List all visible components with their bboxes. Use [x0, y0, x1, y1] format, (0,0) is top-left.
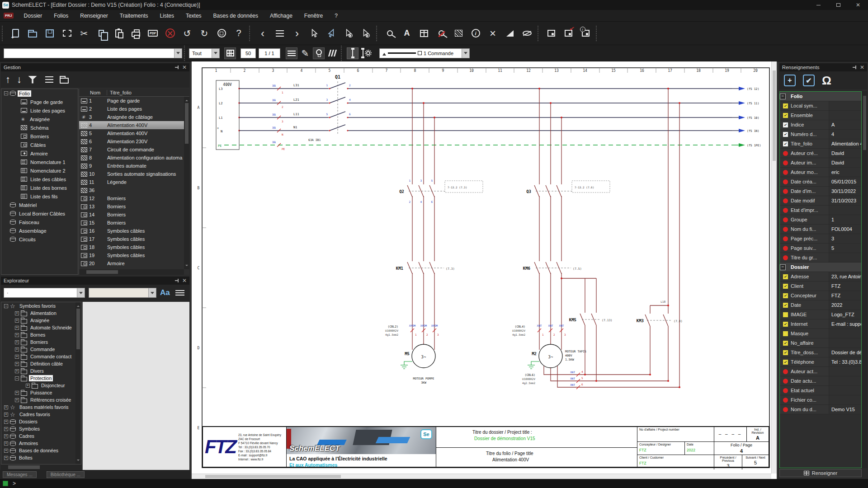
property-value[interactable]: 5 [829, 244, 861, 253]
expand-box[interactable] [15, 319, 19, 323]
folio-table-hscrollbar[interactable] [79, 269, 184, 275]
omega-symbol-button[interactable]: Ω [822, 74, 831, 88]
property-row[interactable]: Date modif 31/10/2023 [780, 196, 861, 206]
combo-arrow-icon[interactable] [174, 49, 182, 58]
expand-box[interactable] [15, 355, 19, 359]
tree-item[interactable]: Local Bornier Câbles [1, 209, 78, 218]
folio-row[interactable]: 14 Borniers [79, 211, 184, 219]
branch-q2-km1-m5[interactable]: Q2 1 3 5 2 4 6 7-13.2 (7.3) KM1 (7.3) XP… [385, 88, 483, 350]
tree-item[interactable]: Bornes [1, 331, 75, 338]
contactor-km3[interactable]: KM3 (7.8) L18 [637, 88, 683, 388]
menu-item[interactable]: Listes [154, 11, 180, 21]
property-row[interactable]: Fichier co... [780, 395, 861, 405]
property-row[interactable]: Etat actuel [780, 386, 861, 395]
tree-item[interactable]: Assemblage [1, 226, 78, 235]
select-button[interactable] [58, 24, 75, 43]
property-value[interactable] [829, 329, 861, 338]
property-value[interactable]: Tel : 33.(0)3.83.3... [829, 357, 861, 366]
export-pdf-button[interactable]: PDF [144, 24, 161, 43]
menu-item[interactable]: Traitements [114, 11, 154, 21]
tree-item[interactable]: Symboles favoris [1, 302, 75, 310]
property-value[interactable]: A [829, 120, 861, 129]
toolbar-grip[interactable] [341, 46, 343, 61]
folio-row[interactable]: 7 Circuit de commande [79, 145, 184, 154]
list-view-icon[interactable] [45, 79, 53, 80]
motor-m2[interactable]: 3~ M2 MOTEUR TAPIS 400V 1.5KW [528, 344, 586, 369]
hide-button[interactable] [519, 24, 536, 43]
canvas-hscrollbar[interactable] [192, 474, 771, 479]
tree-item[interactable]: Cadres [1, 432, 75, 440]
property-row[interactable]: Date 2022 [780, 300, 861, 310]
copy-button[interactable] [93, 24, 110, 43]
expand-box[interactable] [4, 434, 8, 438]
zoom-out-pointer-button[interactable] [357, 24, 374, 43]
property-value[interactable]: Alimentation 400V [829, 139, 861, 148]
property-row[interactable]: Nom du fi... FOL0004 [780, 225, 861, 234]
tree-item[interactable]: Automate Schneide [1, 324, 75, 331]
breaker-q1[interactable]: Q1 12 34 56 63A IB1 [308, 75, 351, 142]
combo-arrow-icon[interactable] [77, 288, 85, 297]
move-down-button[interactable]: ↓ [17, 74, 22, 85]
status-green-icon[interactable] [3, 481, 8, 486]
line-weight-button[interactable] [286, 47, 297, 59]
tree-item[interactable]: Borniers [1, 338, 75, 346]
renseigner-button[interactable]: Renseigner [779, 469, 862, 477]
draw-button[interactable]: ✎ [299, 47, 311, 59]
window-view-button[interactable] [542, 24, 560, 43]
expand-box[interactable] [15, 326, 19, 330]
property-row[interactable]: Page préc... 3 [780, 234, 861, 244]
property-row[interactable]: Etat d'impr... [780, 206, 861, 215]
folio-row[interactable]: 36 [79, 186, 184, 194]
property-row[interactable]: Masque [780, 329, 861, 338]
previous-folio-button[interactable]: ‹ [254, 24, 271, 43]
drawing-canvas[interactable]: 12 34 56 78 910 1112 1314 1516 1718 1920… [192, 61, 777, 479]
explorateur-vscrollbar[interactable] [75, 302, 81, 464]
select-pointer-button[interactable] [323, 24, 340, 43]
property-value[interactable] [829, 386, 861, 395]
font-preview-button[interactable]: Aa [160, 288, 170, 297]
tree-item[interactable]: Bases matériels favoris [1, 404, 75, 411]
expand-box[interactable] [15, 340, 19, 344]
bibliotheque-tab[interactable]: Bibliothèque ... [47, 471, 85, 478]
property-value[interactable] [829, 253, 861, 262]
property-value[interactable]: E-mail : support... [829, 319, 861, 328]
toolbar-grip[interactable] [596, 26, 598, 41]
filter-icon[interactable] [28, 76, 37, 84]
property-value[interactable]: 05/01/2015 [829, 177, 861, 186]
page-indicator-field[interactable]: 1 / 1 [259, 48, 280, 58]
property-row[interactable]: Date créa... 05/01/2015 [780, 177, 861, 187]
tree-item[interactable]: Schéma [1, 123, 78, 132]
expand-box[interactable] [26, 384, 30, 388]
tree-item[interactable]: Symboles [1, 425, 75, 432]
next-folio-button[interactable]: › [288, 24, 306, 43]
property-row[interactable]: Numéro d... 4 [780, 130, 861, 139]
tree-item[interactable]: Matériel [1, 201, 78, 209]
tree-item[interactable]: Références croisée [1, 396, 75, 404]
tree-item[interactable]: Puissance [1, 389, 75, 396]
close-button[interactable]: ✕ [848, 0, 868, 10]
tree-item[interactable]: Liste des fils [1, 192, 78, 201]
erase-button[interactable]: × [484, 24, 501, 43]
property-value[interactable]: eric [829, 168, 861, 177]
property-row[interactable]: Ensemble [780, 111, 861, 120]
lower-loop-wires[interactable]: XNT XNT XNT 4 5 6 (CBL6) U1000R2V 4g2.5m… [522, 366, 679, 389]
property-row[interactable]: Adresse 23, rue Antoine d... [780, 272, 861, 282]
expand-box[interactable] [4, 420, 8, 424]
folio-row[interactable]: 6 Alimentation 230V [79, 137, 184, 145]
tree-item[interactable]: Câbles [1, 141, 78, 149]
undo-button[interactable]: ↺ [179, 24, 196, 43]
search-combo[interactable] [4, 48, 182, 58]
tree-item[interactable]: Commande contact [1, 353, 75, 360]
expand-box[interactable] [15, 311, 19, 315]
property-row[interactable]: Page suiv... 5 [780, 244, 861, 253]
explorateur-hscrollbar[interactable] [1, 465, 81, 470]
tree-item[interactable]: Liste des bornes [1, 183, 78, 192]
line-style-combo[interactable]: 1 Commande [379, 48, 470, 58]
toolbar-grip[interactable] [249, 26, 251, 41]
property-value[interactable]: 3 [829, 234, 861, 243]
folio-row[interactable]: 15 Borniers [79, 219, 184, 227]
property-row[interactable]: Date d'im... 30/11/2022 [780, 187, 861, 196]
tree-item[interactable]: Protection [1, 375, 75, 382]
branch-q3-km6-m2[interactable]: Q3 7-13.2 (7.6) KM6 (7.5) XNT XNT XNT 1 … [512, 88, 610, 350]
folio-row[interactable]: 3 Araignée de câblage [79, 113, 184, 121]
